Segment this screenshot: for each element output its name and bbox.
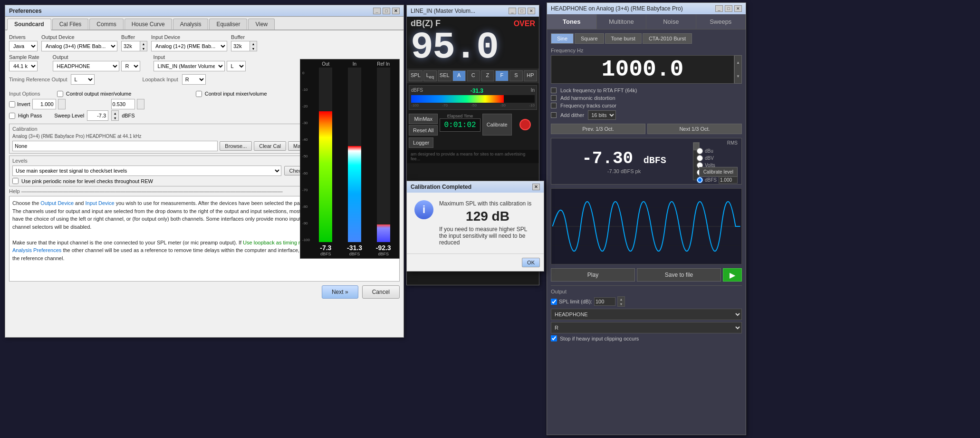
line-in-minimize[interactable]: _ <box>509 8 516 14</box>
tab-housecurve[interactable]: House Curve <box>125 19 172 29</box>
output-buffer-down[interactable]: ▼ <box>140 46 147 51</box>
output-device-select[interactable]: HEADPHONE <box>551 309 742 320</box>
input-device-select[interactable]: Analog (1+2) (RME Bab... <box>151 41 227 51</box>
input-lr-select[interactable]: L <box>227 61 246 71</box>
frequency-scroll[interactable]: ▲ ▼ <box>734 55 742 84</box>
spl-limit-input[interactable] <box>594 297 615 306</box>
line-in-maximize[interactable]: □ <box>518 8 526 14</box>
output-channel-select[interactable]: HEADPHONE <box>53 61 119 71</box>
save-button[interactable]: Save to file <box>637 268 721 282</box>
input-buffer-input[interactable] <box>231 41 250 51</box>
tab-equaliser[interactable]: Equaliser <box>209 19 247 29</box>
sweep-up[interactable]: ▲ <box>112 111 118 116</box>
logger-button[interactable]: Logger <box>409 137 433 148</box>
spl-a-btn[interactable]: A <box>452 70 466 81</box>
freq-up[interactable]: ▲ <box>735 56 741 69</box>
lock-freq-checkbox[interactable] <box>551 88 557 93</box>
tones-tab-noise[interactable]: Noise <box>646 14 696 29</box>
stop-clipping-checkbox[interactable] <box>551 335 557 341</box>
sweep-level-input[interactable] <box>87 110 108 121</box>
maximize-button[interactable]: □ <box>383 8 390 14</box>
dither-checkbox[interactable] <box>551 112 557 118</box>
output-device-link[interactable]: Output Device <box>40 200 74 206</box>
reset-all-button[interactable]: Reset All <box>409 125 438 136</box>
dbv-radio[interactable] <box>697 155 703 161</box>
cal-dialog-close[interactable]: ✕ <box>532 184 540 190</box>
tones-tab-sweeps[interactable]: Sweeps <box>696 14 746 29</box>
cancel-button[interactable]: Cancel <box>362 285 400 299</box>
browse-button[interactable]: Browse... <box>220 141 252 151</box>
cal-ok-button[interactable]: OK <box>522 258 540 267</box>
harmonic-checkbox[interactable] <box>551 95 557 101</box>
loopback-select[interactable]: R <box>182 74 206 85</box>
spl-f-btn[interactable]: F <box>495 70 509 81</box>
input-buffer-down[interactable]: ▼ <box>250 46 257 51</box>
calibrate-button[interactable]: Calibrate <box>482 114 512 136</box>
sweep-down[interactable]: ▼ <box>112 116 118 120</box>
control-output-checkbox[interactable] <box>57 91 63 97</box>
control-input-checkbox[interactable] <box>196 91 202 97</box>
spl-limit-checkbox[interactable] <box>551 299 557 305</box>
minimize-button[interactable]: _ <box>373 8 381 14</box>
pink-noise-checkbox[interactable] <box>12 178 19 184</box>
tones-tab-multitone[interactable]: Multitone <box>597 14 647 29</box>
analysis-prefs-link[interactable]: Analysis Preferences <box>12 247 61 253</box>
freq-tracks-checkbox[interactable] <box>551 103 557 108</box>
tab-view[interactable]: View <box>248 19 275 29</box>
play-go-button[interactable]: ▶ <box>723 268 742 282</box>
next-button[interactable]: Next » <box>322 285 358 299</box>
dbfs-value[interactable] <box>719 176 738 184</box>
timing-select[interactable]: L <box>71 74 95 85</box>
close-button[interactable]: ✕ <box>392 8 400 14</box>
spl-s-btn[interactable]: S <box>509 70 523 81</box>
invert-checkbox[interactable] <box>9 101 15 107</box>
input-channel-select[interactable]: LINE_IN (Master Volume) <box>154 61 225 71</box>
tones-minimize[interactable]: _ <box>715 5 723 12</box>
calibrate-level-button[interactable]: Calibrate level <box>699 167 738 177</box>
output-ch-select[interactable]: R <box>551 322 742 333</box>
spl-sel-btn[interactable]: SEL <box>438 70 452 81</box>
output-buffer-up[interactable]: ▲ <box>140 41 147 46</box>
spl-spl-btn[interactable]: SPL <box>409 70 423 81</box>
dither-bits-select[interactable]: 16 bits <box>588 110 616 120</box>
spl-c-btn[interactable]: C <box>467 70 480 81</box>
spl-hp-btn[interactable]: HP <box>524 70 537 81</box>
tab-analysis[interactable]: Analysis <box>173 19 209 29</box>
spl-up[interactable]: ▲ <box>618 297 625 302</box>
drivers-select[interactable]: Java <box>9 41 38 51</box>
input-vol-value[interactable] <box>111 99 135 109</box>
cta-burst-tab[interactable]: CTA-2010 Burst <box>643 33 692 44</box>
invert-value[interactable] <box>32 99 56 109</box>
sine-tab[interactable]: Sine <box>551 33 574 44</box>
tab-soundcard[interactable]: Soundcard <box>7 19 51 30</box>
cal-file-input[interactable] <box>12 141 218 151</box>
next-oct-button[interactable]: Next 1/3 Oct. <box>647 124 742 134</box>
highpass-checkbox[interactable] <box>9 113 15 119</box>
levels-dropdown[interactable]: Use main speaker test signal to check/se… <box>12 165 281 176</box>
tones-maximize[interactable]: □ <box>725 5 732 12</box>
tones-tab-tones[interactable]: Tones <box>547 14 597 29</box>
play-button[interactable]: Play <box>551 268 635 282</box>
input-buffer-up[interactable]: ▲ <box>250 41 257 46</box>
dbu-radio[interactable] <box>697 148 703 154</box>
freq-down[interactable]: ▼ <box>735 69 741 83</box>
tab-comms[interactable]: Comms <box>89 19 123 29</box>
record-button[interactable] <box>519 119 531 130</box>
spl-z-btn[interactable]: Z <box>481 70 494 81</box>
output-device-select[interactable]: Analog (3+4) (RME Bab... <box>41 41 117 51</box>
line-in-close[interactable]: ✕ <box>528 8 535 14</box>
input-device-link[interactable]: Input Device <box>86 200 115 206</box>
dbfs-radio[interactable] <box>697 177 703 183</box>
output-lr-select[interactable]: R <box>121 61 140 71</box>
output-buffer-input[interactable] <box>121 41 140 51</box>
spl-leq-btn[interactable]: Leq <box>423 70 437 81</box>
clear-cal-button[interactable]: Clear Cal <box>254 141 286 151</box>
tones-close[interactable]: ✕ <box>734 5 742 12</box>
tone-burst-tab[interactable]: Tone burst <box>605 33 642 44</box>
prev-oct-button[interactable]: Prev. 1/3 Oct. <box>551 124 645 134</box>
square-tab[interactable]: Square <box>575 33 604 44</box>
minmax-button[interactable]: MinMax <box>409 114 438 124</box>
spl-down[interactable]: ▼ <box>618 302 625 306</box>
sample-rate-select[interactable]: 44.1 kHz <box>9 61 38 71</box>
tab-calfiles[interactable]: Cal Files <box>52 19 89 29</box>
